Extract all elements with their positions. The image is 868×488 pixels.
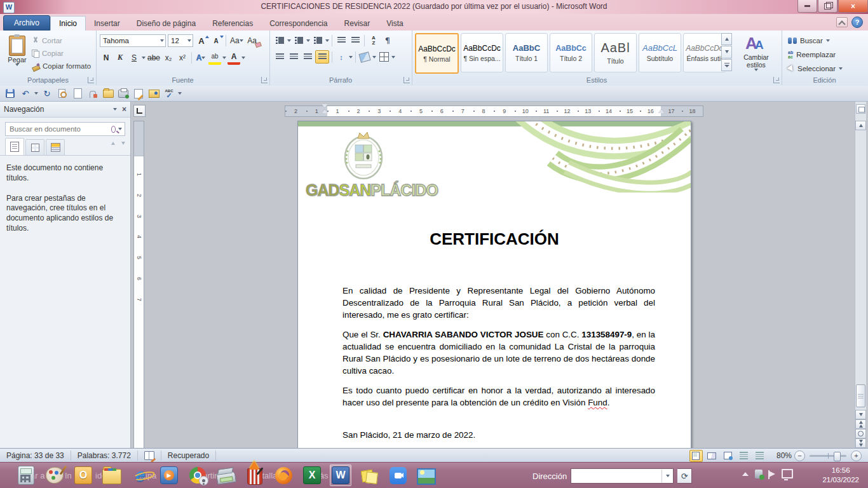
help-icon[interactable]: ? [851,17,863,28]
vertical-scrollbar[interactable] [855,102,866,448]
taskbar-internet-explorer[interactable]: e [130,464,151,486]
next-result-icon[interactable] [121,142,125,145]
underline-dropdown-icon[interactable] [142,57,146,59]
attach-button[interactable] [86,88,99,100]
cut-button[interactable]: Cortar [32,34,95,47]
font-dialog-launcher-icon[interactable] [261,77,268,83]
word-count[interactable]: Palabras: 3.772 [71,451,138,461]
tab-stop-selector[interactable] [133,105,146,117]
proofing-status[interactable] [138,451,161,461]
search-icon[interactable] [111,126,116,133]
style-subtitulo[interactable]: AaBbCcLSubtítulo [639,33,681,72]
navigation-options-icon[interactable] [113,108,117,111]
taskbar-outlook[interactable]: O [72,464,94,486]
quick-print-button[interactable] [117,88,130,100]
underline-button[interactable]: S [128,51,140,64]
line-spacing-button[interactable]: ↕ [335,51,348,63]
save-button[interactable] [4,88,17,100]
recovered-status[interactable]: Recuperado [161,451,216,461]
taskbar-firefox[interactable] [273,464,294,486]
scroll-down-icon[interactable] [855,410,866,419]
highlight-color-button[interactable]: ab [208,50,221,65]
grow-font-button[interactable]: A [195,35,208,47]
outline-view-button[interactable] [737,450,750,462]
tab-vista[interactable]: Vista [378,17,411,30]
address-bar-input[interactable] [571,468,674,484]
sort-button[interactable]: AZ [367,34,380,46]
style-titulo-1[interactable]: AaBbCTítulo 1 [505,33,548,72]
subscript-button[interactable]: x₂ [162,51,175,64]
usb-device-icon[interactable] [755,470,763,478]
style-titulo-2[interactable]: AaBbCcTítulo 2 [550,33,592,72]
address-dropdown-icon[interactable] [661,470,673,482]
edit-document-button[interactable] [132,88,145,100]
show-paragraph-marks-button[interactable]: ¶ [381,34,394,46]
strikethrough-button[interactable]: abe [147,51,161,64]
format-painter-button[interactable]: Copiar formato [32,60,95,72]
taskbar-scanner[interactable] [215,464,237,486]
vertical-ruler[interactable]: 1234567 [133,121,144,448]
text-effects-button[interactable]: A [194,51,207,64]
tab-diseno-pagina[interactable]: Diseño de página [128,17,204,30]
highlight-dropdown-icon[interactable] [222,57,226,59]
taskbar-recycle-burn[interactable] [244,464,266,486]
taskbar-excel[interactable]: X [301,464,323,486]
align-left-button[interactable] [273,51,286,63]
paragraph-dialog-launcher-icon[interactable] [403,77,410,83]
indent-markers[interactable] [322,104,328,117]
change-styles-button[interactable]: A A Cambiar estilos [736,33,776,81]
tab-referencias[interactable]: Referencias [204,17,261,30]
style-titulo[interactable]: AaBlTítulo [594,33,637,72]
open-button[interactable] [102,88,114,100]
zoom-slider-thumb[interactable] [834,452,841,461]
decrease-indent-button[interactable] [335,34,348,46]
find-button[interactable]: Buscar [788,34,864,47]
nav-tab-results[interactable] [46,139,65,155]
search-input[interactable] [8,125,109,133]
tab-archivo[interactable]: Archivo [3,15,50,30]
folder-options-button[interactable] [147,88,160,100]
justify-button[interactable] [315,50,329,64]
qat-more-commands-icon[interactable] [178,92,182,95]
multilevel-list-button[interactable] [311,34,324,46]
taskbar-file-explorer[interactable] [101,464,123,486]
style-normal[interactable]: AaBbCcDc¶ Normal [415,33,459,74]
spelling-button[interactable]: ABC✓ [163,88,175,100]
font-size-select[interactable]: 12 [168,34,193,47]
close-button[interactable]: × [838,0,868,13]
taskbar-word-active[interactable]: W [330,464,351,486]
select-browse-object-icon[interactable] [855,429,866,438]
document-page[interactable]: GADSANPLÁCIDO CERTIFICACIÓN En calidad d… [297,121,691,448]
next-page-icon[interactable] [855,438,866,448]
italic-button[interactable]: K [114,51,126,64]
print-preview-button[interactable] [56,88,69,100]
scroll-up-icon[interactable] [855,121,866,130]
zoom-level[interactable]: 80% [776,451,792,460]
align-center-button[interactable] [287,51,300,63]
bold-button[interactable]: N [100,51,112,64]
tray-show-hidden-icons[interactable] [742,472,749,476]
scrollbar-track[interactable] [855,130,866,410]
draft-view-button[interactable] [753,450,766,462]
numbering-button[interactable] [292,34,305,46]
styles-gallery-more-icon[interactable] [721,59,732,71]
tab-revisar[interactable]: Revisar [336,17,379,30]
address-refresh-icon[interactable]: ⟳ [677,468,692,484]
align-right-button[interactable] [301,51,314,63]
fullscreen-reading-view-button[interactable] [705,450,719,462]
document-body[interactable]: En calidad de Presidente y Representante… [342,285,655,448]
tab-inicio[interactable]: Inicio [50,16,86,30]
minimize-button[interactable] [797,0,817,13]
taskbar-calculator[interactable] [15,464,37,486]
tab-correspondencia[interactable]: Correspondencia [261,17,336,30]
taskbar-media-player[interactable]: ▶ [158,464,180,486]
taskbar-chrome[interactable] [187,464,208,486]
document-search-box[interactable] [5,122,125,136]
network-icon[interactable] [782,469,793,478]
redo-button[interactable]: ↻ [41,88,53,100]
page-indicator[interactable]: Página: 33 de 33 [0,451,71,461]
borders-button[interactable] [377,51,390,63]
paste-button[interactable]: Pegar [3,33,31,76]
select-button[interactable]: Seleccionar [788,62,864,75]
font-family-select[interactable]: Tahoma [100,34,166,47]
